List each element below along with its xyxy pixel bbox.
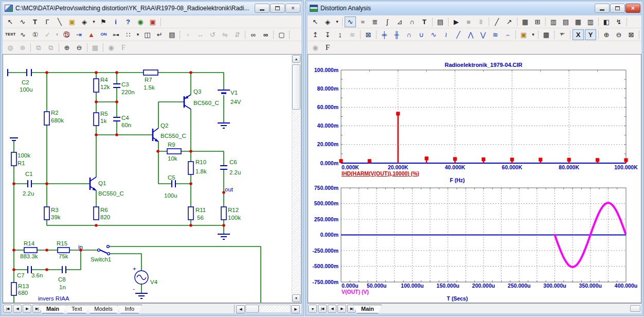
periodic-steady-icon[interactable]: 'P' xyxy=(557,29,568,40)
measure-v-icon[interactable]: ∫ xyxy=(382,16,393,27)
line-icon[interactable]: ╱ xyxy=(491,16,503,27)
run-icon[interactable]: ▶ xyxy=(451,16,462,27)
line-mode-icon[interactable]: ╲ xyxy=(54,16,65,27)
help-point-icon[interactable]: ? xyxy=(122,16,134,27)
flag-icon[interactable]: ⚑ xyxy=(98,16,109,27)
inflection-icon[interactable]: ⌢ xyxy=(502,29,513,40)
tab-text[interactable]: Text xyxy=(64,305,90,313)
tab-nav-button-1[interactable]: ◀ xyxy=(328,305,336,313)
properties-icon[interactable]: ▤ xyxy=(435,16,446,27)
scroll-down-button[interactable]: ▼ xyxy=(292,294,300,302)
high-icon[interactable]: ∿ xyxy=(428,29,439,40)
monitor-icon[interactable]: ▢ xyxy=(276,29,287,40)
shapes-icon[interactable]: ◈ xyxy=(79,16,90,27)
tab-main[interactable]: Main xyxy=(353,305,382,313)
tracker-icon[interactable]: ↯ xyxy=(613,16,624,27)
shapes-dropdown-icon[interactable]: ▾ xyxy=(91,16,97,27)
low-icon[interactable]: ≀ xyxy=(440,29,452,40)
find-icon[interactable]: ∞ xyxy=(260,29,271,40)
find-wave-icon[interactable]: ∞ xyxy=(247,29,259,40)
zoom-in-icon[interactable]: ⊕ xyxy=(61,42,73,53)
select-region-icon[interactable]: ▦ xyxy=(520,16,531,27)
valley-cursor-icon[interactable]: ↧ xyxy=(322,29,333,40)
hscrollbar[interactable]: ◀▶ xyxy=(234,305,300,313)
maximize-button[interactable] xyxy=(610,4,625,13)
tab-info[interactable]: Info xyxy=(117,305,142,313)
tab-nav-button-1[interactable]: ◀ xyxy=(13,305,22,313)
node-numbers-icon[interactable]: ① xyxy=(29,29,41,40)
envelope-icon[interactable]: ≋ xyxy=(490,29,501,40)
grid-icon[interactable]: ∷ xyxy=(122,29,134,40)
both-cursor-icon[interactable]: ↨ xyxy=(334,29,346,40)
zoom-out-icon[interactable]: ⊖ xyxy=(74,42,85,53)
wire-mode-icon[interactable]: ∿ xyxy=(17,16,28,27)
error-list-icon[interactable]: ▣ xyxy=(147,16,158,27)
schematic-vscrollbar[interactable]: ▲ ▼ xyxy=(292,55,300,302)
measure-h-icon[interactable]: ≣ xyxy=(369,16,381,27)
minimize-button[interactable] xyxy=(595,4,610,13)
tab-nav-button-2[interactable]: ▶ xyxy=(23,305,31,313)
minimize-button[interactable] xyxy=(255,4,270,13)
zoom-out-icon[interactable]: ⊖ xyxy=(613,29,624,40)
select-icon[interactable]: ↖ xyxy=(310,16,321,27)
slope-icon[interactable]: ╱ xyxy=(453,29,464,40)
component-bus-icon[interactable]: ▣ xyxy=(66,16,78,27)
hscroll-track[interactable] xyxy=(259,305,291,313)
show-curve-icon[interactable]: ∿ xyxy=(17,29,28,40)
top-plot-legend[interactable]: IHD(HARM(V(OUT)),10000) (%) xyxy=(342,170,419,177)
browser-icon[interactable]: ◉ xyxy=(135,16,146,27)
tag-slope-icon[interactable]: ⊿ xyxy=(394,16,405,27)
tab-nav-button-0[interactable]: |◀ xyxy=(3,305,12,313)
tab-nav-button-0[interactable]: |◀ xyxy=(318,305,327,313)
tab-nav-button-2[interactable]: ▶ xyxy=(337,305,346,313)
cursor-right-icon[interactable]: ╫ xyxy=(391,29,402,40)
vscroll-thumb[interactable] xyxy=(292,64,300,110)
split-window-icon[interactable]: ◫ xyxy=(141,29,153,40)
close-button[interactable]: × xyxy=(625,4,640,13)
component-dropdown-icon[interactable]: ▾ xyxy=(334,16,340,27)
format-dropdown-icon[interactable]: ▾ xyxy=(530,29,536,40)
component-icon[interactable]: ◈ xyxy=(322,16,333,27)
maximize-button[interactable] xyxy=(270,4,285,13)
line-point-icon[interactable]: ↗ xyxy=(504,16,515,27)
cursor-left-icon[interactable]: ╪ xyxy=(379,29,390,40)
peak-icon[interactable]: ∩ xyxy=(403,29,415,40)
hscroll-left-button[interactable]: ◀ xyxy=(236,305,245,313)
text-mode-icon[interactable]: T xyxy=(419,16,430,27)
power-icon[interactable]: ▲ xyxy=(85,29,97,40)
grid-marks-icon[interactable]: ▦ xyxy=(573,16,584,27)
valley-icon[interactable]: ∪ xyxy=(416,29,427,40)
horizontal-split-icon[interactable]: ◧ xyxy=(601,16,612,27)
cursor-mode-icon[interactable]: ≈ xyxy=(357,16,368,27)
current-icon[interactable]: ⇥ xyxy=(73,29,84,40)
x-scale-icon[interactable]: X xyxy=(573,29,584,40)
hscroll-thumb[interactable] xyxy=(245,305,259,313)
select-icon[interactable]: ↖ xyxy=(5,16,16,27)
data-points-icon[interactable]: ⊞ xyxy=(532,16,543,27)
tab-main[interactable]: Main xyxy=(39,305,67,313)
schematic-canvas[interactable]: C2100uR2680kR412kC3220nR51kC460nR71.5kQ3… xyxy=(3,54,301,303)
global-low-icon[interactable]: ⋁ xyxy=(477,29,489,40)
condition-icon[interactable]: ON xyxy=(98,29,109,40)
zoom-in-icon[interactable]: ⊕ xyxy=(601,29,612,40)
analysis-limits-icon[interactable]: ⊠ xyxy=(363,29,374,40)
format-icon[interactable]: ▣ xyxy=(518,29,529,40)
numeric-output-icon[interactable]: ▦ xyxy=(541,29,552,40)
hscroll-right-button[interactable]: ▶ xyxy=(291,305,300,313)
node-voltages-icon[interactable]: ⑬ xyxy=(61,29,72,40)
grid-dropdown-icon[interactable]: ▾ xyxy=(135,29,140,40)
ortho-wire-icon[interactable]: Г xyxy=(42,16,53,27)
bottom-plot-legend[interactable]: V(OUT) (V) xyxy=(342,289,369,295)
scale-mode-icon[interactable]: ∿ xyxy=(345,16,356,27)
scroll-up-button[interactable]: ▲ xyxy=(292,55,300,63)
text-mode-icon[interactable]: T xyxy=(29,16,41,27)
info-icon[interactable]: i xyxy=(110,16,121,27)
hscroll-thumb[interactable] xyxy=(630,305,640,312)
plot-select-dropdown[interactable]: ▼ xyxy=(308,305,317,313)
font-icon[interactable]: F xyxy=(322,42,333,53)
peak-cursor-icon[interactable]: ↥ xyxy=(310,29,321,40)
text-attr-icon[interactable]: TEXT xyxy=(5,29,16,40)
schematic-titlebar[interactable]: C:\MC9\DATA\Petrov\switching distortion\… xyxy=(3,2,301,14)
tab-models[interactable]: Models xyxy=(86,305,120,313)
cross-probe-icon[interactable]: ↵ xyxy=(154,29,165,40)
